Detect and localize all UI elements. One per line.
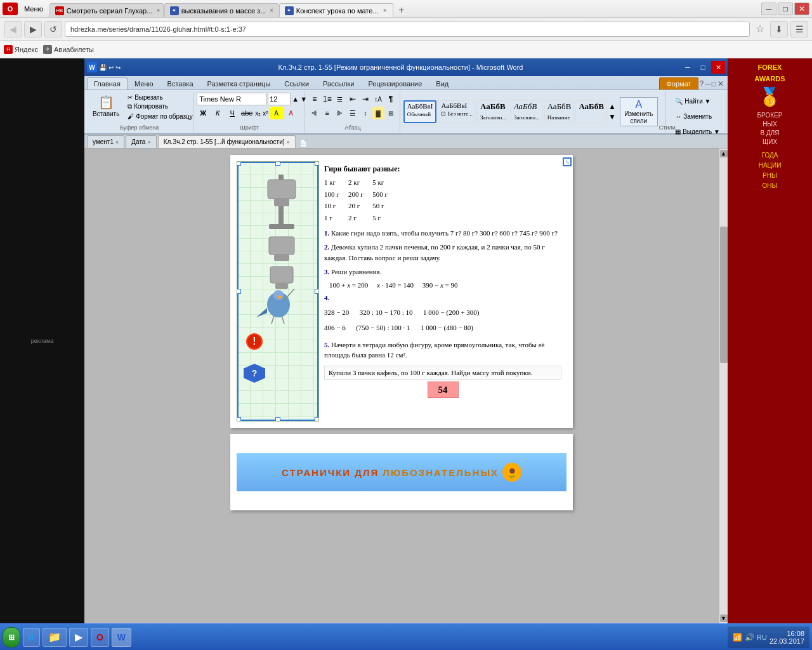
handle-bl[interactable] xyxy=(237,417,241,421)
format-copy-btn[interactable]: 🖌 Формат по образцу xyxy=(125,112,195,121)
word-restore-btn[interactable]: □ xyxy=(696,61,710,74)
bookmark-avia[interactable]: ✈ Авиабилеты xyxy=(43,45,94,54)
ribbon-help-btn[interactable]: ? xyxy=(700,79,704,88)
tab-view[interactable]: Вид xyxy=(429,77,455,90)
start-button[interactable]: ⊞ xyxy=(3,627,20,647)
italic-btn[interactable]: К xyxy=(211,107,224,119)
sort-btn[interactable]: ↕A xyxy=(372,93,384,105)
tab-layout[interactable]: Разметка страницы xyxy=(200,77,278,90)
align-center-btn[interactable]: ≡ xyxy=(321,107,333,119)
scroll-up-btn[interactable]: ▲ xyxy=(720,150,728,157)
replace-btn[interactable]: ↔ Заменить xyxy=(671,109,722,123)
tab-links[interactable]: Ссылки xyxy=(277,77,316,90)
back-btn[interactable]: ◀ xyxy=(4,21,22,37)
ribbon-close-btn[interactable]: ✕ xyxy=(717,79,724,88)
browser-maximize-btn[interactable]: □ xyxy=(778,3,793,15)
tab-3[interactable]: ✦ Конспект урока по мате... × xyxy=(279,3,393,17)
taskbar-word[interactable]: W xyxy=(112,628,131,647)
tab-review[interactable]: Рецензирование xyxy=(361,77,429,90)
style-no-interval[interactable]: АаБбВвI⊡ Без инте... xyxy=(438,100,476,123)
styles-down-btn[interactable]: ▼ xyxy=(608,112,616,121)
taskbar-folder[interactable]: 📁 xyxy=(43,628,67,647)
tab-3-close[interactable]: × xyxy=(383,7,388,15)
handle-mr[interactable] xyxy=(315,289,319,294)
word-qa-save[interactable]: 💾 xyxy=(99,64,107,71)
image-resize-icon[interactable]: ⤡ xyxy=(563,157,572,166)
doc-tab-2-close[interactable]: × xyxy=(147,139,150,145)
style-heading1[interactable]: АаБбВЗаголово... xyxy=(477,100,509,123)
style-title[interactable]: АаБбВНазвание xyxy=(544,100,575,123)
opera-menu-btn[interactable]: O xyxy=(3,3,18,15)
indent-more-btn[interactable]: ⇥ xyxy=(359,93,371,105)
url-bar[interactable]: hdrezka.me/series/drama/11026-gluhar.htm… xyxy=(65,22,750,37)
word-minimize-btn[interactable]: ─ xyxy=(681,61,695,74)
change-styles-btn[interactable]: A Изменить стили xyxy=(620,97,658,126)
tab-format[interactable]: Формат xyxy=(659,77,698,90)
border-btn[interactable]: ⊞ xyxy=(385,107,397,119)
indent-less-btn[interactable]: ⇤ xyxy=(346,93,358,105)
word-close-btn[interactable]: ✕ xyxy=(711,61,725,74)
doc-image-area[interactable]: ! ? xyxy=(237,161,319,421)
doc-tab-1-close[interactable]: × xyxy=(115,139,119,145)
reload-btn[interactable]: ↺ xyxy=(44,21,62,37)
browser-minimize-btn[interactable]: ─ xyxy=(761,3,776,15)
multilevel-btn[interactable]: ☰ xyxy=(334,93,346,105)
download-btn[interactable]: ⬇ xyxy=(770,21,788,37)
font-name-input[interactable] xyxy=(197,93,266,105)
handle-ml[interactable] xyxy=(237,289,241,294)
tab-2[interactable]: ✦ высказывания о массе з... × xyxy=(164,3,278,17)
show-para-btn[interactable]: ¶ xyxy=(385,93,397,105)
tab-insert[interactable]: Вставка xyxy=(160,77,200,90)
align-left-btn[interactable]: ⫷ xyxy=(308,107,320,119)
copy-btn[interactable]: ⧉ Копировать xyxy=(125,102,195,111)
scroll-thumb[interactable] xyxy=(720,227,728,363)
word-qa-undo[interactable]: ↩ xyxy=(108,64,114,71)
bookmark-btn[interactable]: ☆ xyxy=(752,22,768,37)
handle-tm[interactable] xyxy=(275,161,280,166)
bookmark-yandex[interactable]: Я Яндекс xyxy=(4,45,38,54)
tab-1-close[interactable]: × xyxy=(156,7,160,15)
style-heading2[interactable]: АаБбВЗаголово... xyxy=(511,100,543,123)
handle-br[interactable] xyxy=(315,417,319,421)
font-size-up-btn[interactable]: ▲ xyxy=(292,95,299,103)
cut-btn[interactable]: ✂ Вырезать xyxy=(125,93,195,102)
tab-2-close[interactable]: × xyxy=(270,7,273,15)
handle-tr[interactable] xyxy=(315,161,319,166)
tab-home[interactable]: Главная xyxy=(87,77,128,90)
paste-btn[interactable]: 📋 Вставить xyxy=(88,93,124,121)
subscript-btn[interactable]: x₂ xyxy=(255,110,261,117)
doc-tab-1[interactable]: умент1 × xyxy=(87,135,124,148)
bold-btn[interactable]: Ж xyxy=(197,107,209,119)
menu-btn[interactable]: Меню xyxy=(20,4,47,14)
shading-btn[interactable]: ▓ xyxy=(372,107,384,119)
ribbon-expand-btn[interactable]: □ xyxy=(712,79,716,88)
align-right-btn[interactable]: ⫸ xyxy=(334,107,346,119)
highlight-btn[interactable]: A xyxy=(270,107,283,119)
doc-tab-3-close[interactable]: × xyxy=(287,139,290,145)
superscript-btn[interactable]: x² xyxy=(263,110,268,117)
tab-mailings[interactable]: Рассылки xyxy=(316,77,361,90)
find-btn[interactable]: 🔍 Найти ▼ xyxy=(671,94,722,108)
underline-btn[interactable]: Ч xyxy=(226,107,239,119)
scroll-down-btn[interactable]: ▼ xyxy=(720,614,728,622)
taskbar-ie[interactable]: e xyxy=(23,628,40,647)
justify-btn[interactable]: ☰ xyxy=(346,107,358,119)
taskbar-media[interactable]: ▶ xyxy=(69,628,88,647)
scroll-track[interactable] xyxy=(720,158,728,614)
line-spacing-btn[interactable]: ↕ xyxy=(359,107,371,119)
styles-up-btn[interactable]: ▲ xyxy=(608,102,616,111)
strikethrough-btn[interactable]: abe xyxy=(240,107,253,119)
tab-1[interactable]: НВ Смотреть сериал Глухар... × xyxy=(49,3,164,17)
word-doc-scroll[interactable]: ! ? xyxy=(84,149,719,623)
font-color-btn[interactable]: A xyxy=(285,107,298,119)
word-scrollbar[interactable]: ▲ ▼ xyxy=(719,149,728,623)
doc-tab-add-btn[interactable]: 📄 xyxy=(297,138,310,148)
word-qa-redo[interactable]: ↪ xyxy=(115,64,121,71)
taskbar-opera[interactable]: O xyxy=(91,628,109,647)
forward-btn[interactable]: ▶ xyxy=(24,21,42,37)
image-selection-box[interactable] xyxy=(237,162,318,421)
opera-menu-icon[interactable]: ☰ xyxy=(790,21,808,37)
doc-tab-2[interactable]: Дата × xyxy=(126,135,156,148)
handle-tl[interactable] xyxy=(237,161,241,166)
browser-close-btn[interactable]: ✕ xyxy=(794,3,809,15)
